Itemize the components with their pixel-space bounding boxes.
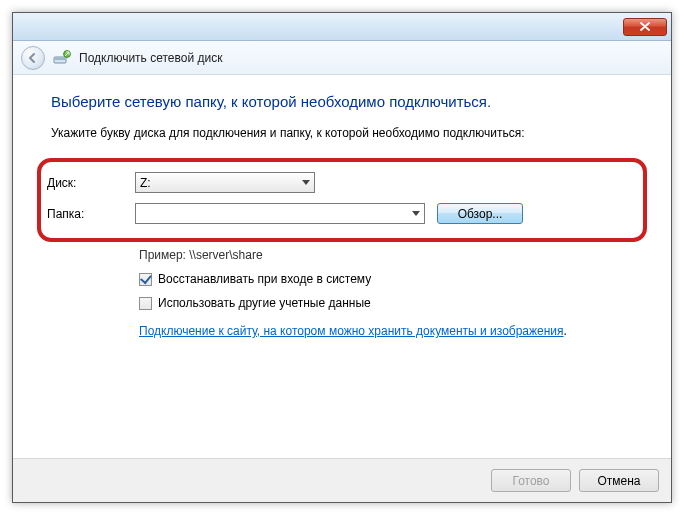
network-drive-icon [53, 49, 71, 67]
close-icon [640, 22, 650, 31]
content-area: Выберите сетевую папку, к которой необхо… [13, 75, 671, 458]
header-title: Подключить сетевой диск [79, 51, 222, 65]
drive-label: Диск: [47, 176, 135, 190]
chevron-down-icon [302, 180, 310, 186]
other-creds-row: Использовать другие учетные данные [139, 296, 633, 310]
folder-label: Папка: [47, 207, 135, 221]
close-button[interactable] [623, 18, 667, 36]
cancel-button[interactable]: Отмена [579, 469, 659, 492]
page-heading: Выберите сетевую папку, к которой необхо… [51, 93, 633, 110]
highlight-annotation: Диск: Z: Папка: Обзор... [37, 158, 647, 242]
connect-site-line: Подключение к сайту, на котором можно хр… [139, 320, 633, 338]
back-button[interactable] [21, 46, 45, 70]
titlebar [13, 13, 671, 41]
folder-combobox[interactable] [135, 203, 425, 224]
reconnect-row: Восстанавливать при входе в систему [139, 272, 633, 286]
folder-row: Папка: Обзор... [47, 203, 637, 224]
other-creds-label: Использовать другие учетные данные [158, 296, 371, 310]
drive-value: Z: [140, 176, 151, 190]
footer-bar: Готово Отмена [13, 458, 671, 502]
drive-row: Диск: Z: [47, 172, 637, 193]
browse-button[interactable]: Обзор... [437, 203, 523, 224]
svg-rect-1 [55, 58, 65, 60]
link-suffix: . [564, 324, 567, 338]
reconnect-label: Восстанавливать при входе в систему [158, 272, 371, 286]
example-text: Пример: \\server\share [139, 248, 633, 262]
chevron-down-icon [412, 211, 420, 217]
back-arrow-icon [27, 52, 39, 64]
other-creds-checkbox[interactable] [139, 297, 152, 310]
dialog-window: Подключить сетевой диск Выберите сетевую… [12, 12, 672, 503]
header-bar: Подключить сетевой диск [13, 41, 671, 75]
instruction-text: Укажите букву диска для подключения и па… [51, 126, 633, 140]
drive-dropdown[interactable]: Z: [135, 172, 315, 193]
finish-button[interactable]: Готово [491, 469, 571, 492]
connect-site-link[interactable]: Подключение к сайту, на котором можно хр… [139, 324, 564, 338]
reconnect-checkbox[interactable] [139, 273, 152, 286]
